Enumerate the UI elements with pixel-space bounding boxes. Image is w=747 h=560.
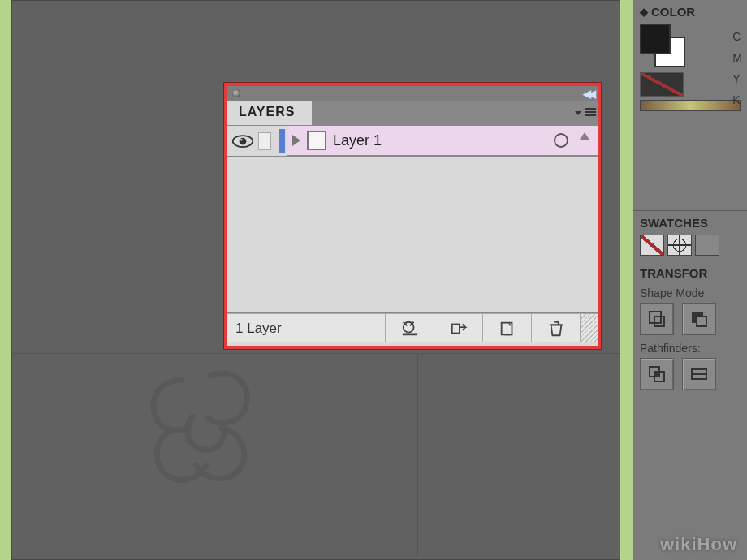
- eye-icon[interactable]: [231, 132, 255, 150]
- panel-tab-strip: LAYERS: [227, 101, 598, 125]
- layer-content[interactable]: Layer 1: [287, 126, 598, 156]
- diamond-icon: ◆: [640, 6, 648, 18]
- channel-y: Y: [732, 68, 742, 89]
- grip-icon: [232, 89, 240, 97]
- layer-count-label: 1 Layer: [227, 321, 385, 337]
- fill-stroke-swatches[interactable]: [640, 24, 684, 64]
- layer-thumbnail: [307, 131, 326, 150]
- swatches-panel-title: SWATCHES: [640, 216, 708, 230]
- new-sublayer-button[interactable]: [482, 314, 531, 342]
- visibility-column[interactable]: [227, 126, 287, 156]
- color-panel: ◆ COLOR C M Y K: [633, 0, 747, 211]
- svg-point-2: [240, 138, 243, 140]
- lock-slot[interactable]: [258, 132, 271, 150]
- pathfinder-trim-button[interactable]: [682, 358, 716, 390]
- pathfinder-buttons: [640, 355, 741, 390]
- svg-point-1: [240, 137, 247, 144]
- layer-list: Layer 1: [227, 125, 598, 313]
- swatch-row: [640, 235, 741, 256]
- locate-object-button[interactable]: [385, 314, 434, 342]
- layer-name-label[interactable]: Layer 1: [333, 132, 547, 149]
- canvas-artwork: [137, 357, 283, 519]
- tab-spacer: [313, 101, 572, 125]
- channel-m: M: [732, 47, 742, 68]
- transform-panel-title: TRANSFOR: [640, 266, 707, 280]
- layers-panel-footer: 1 Layer: [227, 313, 598, 342]
- layer-color-icon: [279, 129, 285, 153]
- svg-rect-10: [697, 317, 706, 326]
- swatch-item[interactable]: [695, 235, 719, 256]
- swatch-registration[interactable]: [667, 235, 692, 256]
- color-panel-title: COLOR: [651, 5, 695, 19]
- swatch-none[interactable]: [640, 235, 664, 256]
- color-channel-labels: C M Y K: [732, 26, 742, 110]
- delete-layer-button[interactable]: [531, 314, 580, 342]
- shape-mode-minus-front-button[interactable]: [682, 303, 716, 335]
- pathfinder-divide-button[interactable]: [640, 358, 674, 390]
- disclosure-triangle-icon[interactable]: [292, 135, 300, 146]
- fill-swatch[interactable]: [640, 24, 671, 54]
- canvas-area: ◀◀ LAYERS: [11, 0, 620, 560]
- swatches-panel-header[interactable]: SWATCHES: [640, 216, 741, 230]
- panel-titlebar[interactable]: ◀◀: [227, 86, 598, 101]
- layers-panel: ◀◀ LAYERS: [224, 83, 601, 349]
- svg-rect-8: [654, 317, 664, 326]
- svg-rect-5: [451, 324, 459, 333]
- pathfinders-label: Pathfinders:: [640, 342, 741, 355]
- transform-panel-header[interactable]: TRANSFOR: [640, 266, 741, 280]
- none-color-swatch[interactable]: [640, 72, 684, 97]
- transform-panel: TRANSFOR Shape Mode Pathfinders:: [633, 261, 747, 395]
- resize-grip-icon[interactable]: [580, 314, 598, 342]
- panel-menu-button[interactable]: [572, 101, 598, 125]
- target-icon[interactable]: [554, 133, 568, 148]
- collapse-icon[interactable]: ◀◀: [583, 88, 593, 100]
- swatches-panel: SWATCHES: [633, 211, 747, 261]
- tab-layers[interactable]: LAYERS: [227, 101, 313, 125]
- channel-c: C: [732, 26, 742, 47]
- svg-rect-4: [402, 333, 417, 335]
- svg-rect-13: [654, 372, 659, 377]
- watermark: wikiHow: [660, 534, 737, 555]
- layer-row[interactable]: Layer 1: [227, 126, 598, 157]
- make-clipping-mask-button[interactable]: [434, 314, 482, 342]
- menu-lines-icon: [585, 108, 596, 118]
- color-panel-header[interactable]: ◆ COLOR: [640, 5, 741, 19]
- selection-indicator-icon: [580, 132, 589, 140]
- shape-mode-unite-button[interactable]: [640, 303, 674, 335]
- right-panel-dock: ◆ COLOR C M Y K SWATCHES TRANSFOR Shape: [633, 0, 747, 560]
- channel-k: K: [732, 89, 742, 110]
- shape-mode-buttons: [640, 299, 741, 335]
- caret-down-icon: [575, 111, 581, 115]
- color-spectrum-bar[interactable]: [640, 100, 741, 111]
- shape-modes-label: Shape Mode: [640, 286, 741, 299]
- divider: [417, 353, 418, 556]
